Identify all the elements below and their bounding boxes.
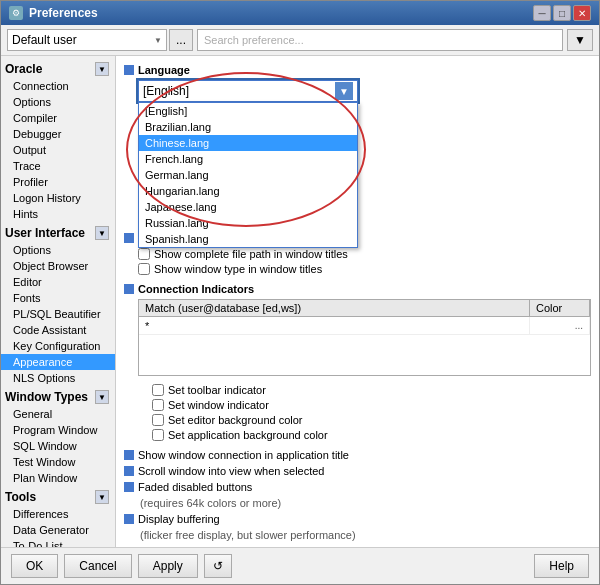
sidebar-item-test-window[interactable]: Test Window [1,454,115,470]
show-connection-label: Show window connection in application ti… [138,449,349,461]
lang-option-german[interactable]: German.lang [139,167,357,183]
user-dropdown-label: Default user [12,33,77,47]
minimize-button[interactable]: ─ [533,5,551,21]
apply-button[interactable]: Apply [138,554,198,578]
sidebar-section-oracle-header[interactable]: Oracle ▼ [1,60,115,78]
cb-app-bg-input[interactable] [152,429,164,441]
search-input-box: Search preference... [197,29,563,51]
sidebar-section-ui-header[interactable]: User Interface ▼ [1,224,115,242]
sidebar-item-differences[interactable]: Differences [1,506,115,522]
sidebar-item-plsql-beautifier[interactable]: PL/SQL Beautifier [1,306,115,322]
sidebar-item-sql-window[interactable]: SQL Window [1,438,115,454]
sidebar-item-plan-window[interactable]: Plan Window [1,470,115,486]
sidebar-item-editor[interactable]: Editor [1,274,115,290]
sidebar-item-key-config[interactable]: Key Configuration [1,338,115,354]
user-dropdown[interactable]: Default user ▼ [7,29,167,51]
checkbox-file-path-label: Show complete file path in window titles [154,248,348,260]
faded-section: Faded disabled buttons (requires 64k col… [124,481,591,509]
cb-toolbar-label: Set toolbar indicator [168,384,266,396]
window-title: Preferences [29,6,98,20]
sidebar-item-nls-options[interactable]: NLS Options [1,370,115,386]
sidebar-section-ui: User Interface ▼ Options Object Browser … [1,224,115,386]
show-connection-icon [124,450,134,460]
toolbar: Default user ▼ ... Search preference... … [1,25,599,56]
language-dropdown-input[interactable]: [English] ▼ [138,80,358,102]
sidebar-item-data-generator[interactable]: Data Generator [1,522,115,538]
search-placeholder: Search preference... [204,34,304,46]
checkbox-file-path: Show complete file path in window titles [138,248,591,260]
cb-editor-bg: Set editor background color [152,414,591,426]
display-icon [124,514,134,524]
sidebar-section-window-types-header[interactable]: Window Types ▼ [1,388,115,406]
maximize-button[interactable]: □ [553,5,571,21]
language-dropdown-container: [English] ▼ [English] Brazilian.lang Chi… [138,80,591,102]
window-types-collapse-btn[interactable]: ▼ [95,390,109,404]
lang-option-english[interactable]: [English] [139,103,357,119]
sidebar-item-object-browser[interactable]: Object Browser [1,258,115,274]
language-dropdown-arrow-btn[interactable]: ▼ [335,82,353,100]
sidebar-item-options[interactable]: Options [1,94,115,110]
sidebar-item-program-window[interactable]: Program Window [1,422,115,438]
lang-option-japanese[interactable]: Japanese.lang [139,199,357,215]
sidebar-item-output[interactable]: Output [1,142,115,158]
ok-button[interactable]: OK [11,554,58,578]
sidebar-item-debugger[interactable]: Debugger [1,126,115,142]
right-panel: Language [English] ▼ [English] Brazilian… [116,56,599,547]
reset-button[interactable]: ↺ [204,554,232,578]
sidebar-item-code-assistant[interactable]: Code Assistant [1,322,115,338]
sidebar-item-fonts[interactable]: Fonts [1,290,115,306]
cb-app-bg: Set application background color [152,429,591,441]
checkbox-window-type-input[interactable] [138,263,150,275]
language-section-icon [124,65,134,75]
cb-toolbar-input[interactable] [152,384,164,396]
show-connection-row: Show window connection in application ti… [124,449,591,461]
table-row-1: * ... [139,317,590,335]
lang-option-russian[interactable]: Russian.lang [139,215,357,231]
language-section-label: Language [138,64,190,76]
language-dropdown-list[interactable]: [English] Brazilian.lang Chinese.lang Fr… [138,102,358,248]
search-dropdown-arrow[interactable]: ▼ [567,29,593,51]
sidebar-section-tools-header[interactable]: Tools ▼ [1,488,115,506]
indicator-checkboxes: Set toolbar indicator Set window indicat… [138,384,591,441]
scroll-window-row: Scroll window into view when selected [124,465,591,477]
display-buffering-section: Display buffering (flicker free display,… [124,513,591,541]
table-header: Match (user@database [ed,ws]) Color [139,300,590,317]
cb-window-input[interactable] [152,399,164,411]
sidebar-item-hints[interactable]: Hints [1,206,115,222]
sidebar-item-trace[interactable]: Trace [1,158,115,174]
mdi-section-icon [124,233,134,243]
connection-section-label: Connection Indicators [138,283,254,295]
cancel-button[interactable]: Cancel [64,554,131,578]
oracle-collapse-btn[interactable]: ▼ [95,62,109,76]
lang-option-french[interactable]: French.lang [139,151,357,167]
lang-option-chinese[interactable]: Chinese.lang [139,135,357,151]
user-select-area: Default user ▼ ... [7,29,193,51]
checkbox-file-path-input[interactable] [138,248,150,260]
lang-option-spanish[interactable]: Spanish.lang [139,231,357,247]
sidebar-item-logon-history[interactable]: Logon History [1,190,115,206]
sidebar-item-general[interactable]: General [1,406,115,422]
lang-option-brazilian[interactable]: Brazilian.lang [139,119,357,135]
sidebar-item-compiler[interactable]: Compiler [1,110,115,126]
connection-section-header: Connection Indicators [124,283,591,295]
cb-app-bg-label: Set application background color [168,429,328,441]
faded-icon [124,482,134,492]
faded-label: Faded disabled buttons [138,481,252,493]
cb-editor-bg-input[interactable] [152,414,164,426]
sidebar-item-todo-list[interactable]: To-Do List [1,538,115,547]
lang-option-hungarian[interactable]: Hungarian.lang [139,183,357,199]
sidebar-item-appearance[interactable]: Appearance [1,354,115,370]
window-icon: ⚙ [9,6,23,20]
scroll-label: Scroll window into view when selected [138,465,324,477]
sidebar-item-profiler[interactable]: Profiler [1,174,115,190]
bottom-left-buttons: OK Cancel Apply ↺ [11,554,232,578]
help-button[interactable]: Help [534,554,589,578]
tools-collapse-btn[interactable]: ▼ [95,490,109,504]
ui-collapse-btn[interactable]: ▼ [95,226,109,240]
display-label: Display buffering [138,513,220,525]
sidebar-item-ui-options[interactable]: Options [1,242,115,258]
user-dropdown-arrow: ▼ [154,36,162,45]
close-button[interactable]: ✕ [573,5,591,21]
sidebar-item-connection[interactable]: Connection [1,78,115,94]
dots-button[interactable]: ... [169,29,193,51]
